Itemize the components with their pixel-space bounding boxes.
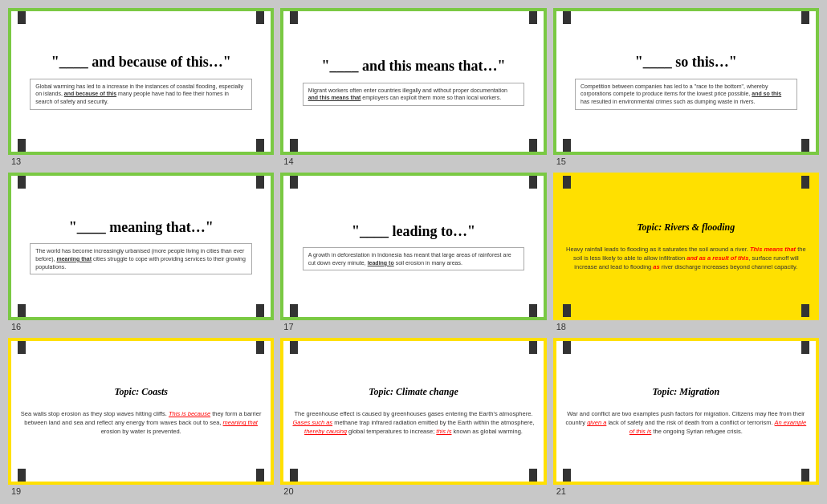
slide-21-content: Topic: Migration War and conflict are tw… [563,348,809,475]
slide-wrapper-14: "____ and this means that…" Migrant work… [280,8,546,166]
clip-tl-20 [290,339,298,354]
clip-bl-17 [290,304,298,319]
clip-bl-14 [290,139,298,153]
slide-15-box: Competition between companies has led to… [575,79,797,110]
clip-br-18 [801,304,809,319]
clip-bl-21 [563,469,571,483]
clip-br-14 [529,139,537,153]
slide-17-content: "____ leading to…" A growth in deforesta… [290,182,536,310]
slide-19: Topic: Coasts Sea walls stop erosion as … [8,338,274,485]
clip-br-15 [801,139,809,153]
slide-13: "____ and because of this…" Global warmi… [8,8,274,155]
clip-bl-13 [18,139,26,153]
slide-14-title: "____ and this means that…" [321,57,505,75]
slide-16: "____ meaning that…" The world has becom… [8,173,274,319]
clip-tl-14 [290,10,298,24]
slide-13-content: "____ and because of this…" Global warmi… [18,18,264,145]
clip-br-17 [529,304,537,319]
slide-18-title: Topic: Rivers & flooding [637,222,735,234]
slide-wrapper-16: "____ meaning that…" The world has becom… [8,173,274,331]
clip-tl-17 [290,174,298,189]
clip-tr-21 [801,339,809,354]
clip-tl-16 [18,174,26,189]
slide-15-title: "____ so this…" [635,53,737,71]
slide-wrapper-19: Topic: Coasts Sea walls stop erosion as … [8,338,274,496]
slide-number-15: 15 [553,156,566,166]
clip-br-16 [256,304,264,319]
slide-number-13: 13 [8,156,21,166]
clip-tl-21 [563,339,571,354]
slide-20-title: Topic: Climate change [369,386,458,398]
slide-wrapper-18: Topic: Rivers & flooding Heavy rainfall … [553,173,819,331]
slide-16-content: "____ meaning that…" The world has becom… [18,182,264,310]
clip-tr-16 [256,174,264,189]
slide-14-content: "____ and this means that…" Migrant work… [290,18,536,145]
slide-wrapper-17: "____ leading to…" A growth in deforesta… [280,173,546,331]
clip-tr-19 [256,339,264,354]
clip-tr-14 [529,10,537,24]
clip-tl-19 [18,339,26,354]
slide-16-box: The world has become increasingly urbani… [30,243,252,274]
slide-number-18: 18 [553,322,566,331]
slide-19-body: Sea walls stop erosion as they stop wave… [18,409,264,437]
slide-number-19: 19 [8,486,21,496]
slide-20-body: The greenhouse effect is caused by green… [290,409,536,437]
slide-19-content: Topic: Coasts Sea walls stop erosion as … [18,348,264,475]
slide-21: Topic: Migration War and conflict are tw… [553,338,819,485]
clip-br-13 [256,139,264,153]
slide-14-box: Migrant workers often enter countries il… [303,83,525,107]
slide-13-title: "____ and because of this…" [51,53,231,71]
slide-number-20: 20 [280,486,293,496]
clip-br-19 [256,469,264,483]
clip-bl-15 [563,139,571,153]
slide-17-title: "____ leading to…" [352,222,475,241]
slide-number-16: 16 [8,322,21,331]
clip-tl-13 [18,10,26,24]
slide-number-14: 14 [280,156,293,166]
slide-20: Topic: Climate change The greenhouse eff… [280,338,546,485]
clip-tr-18 [801,174,809,189]
slide-wrapper-20: Topic: Climate change The greenhouse eff… [280,338,546,496]
slide-21-title: Topic: Migration [652,386,719,398]
slide-17-box: A growth in deforestation in Indonesia h… [303,247,525,271]
slide-20-content: Topic: Climate change The greenhouse eff… [290,348,536,475]
slide-grid: "____ and because of this…" Global warmi… [0,0,827,504]
slide-17: "____ leading to…" A growth in deforesta… [280,173,546,319]
clip-bl-20 [290,469,298,483]
clip-tr-17 [529,174,537,189]
clip-tr-20 [529,339,537,354]
clip-tr-15 [801,10,809,24]
slide-18-body: Heavy rainfall leads to flooding as it s… [563,245,809,272]
slide-number-17: 17 [280,322,293,331]
clip-br-20 [529,469,537,483]
slide-13-box: Global warming has led to a increase in … [30,79,252,110]
slide-wrapper-21: Topic: Migration War and conflict are tw… [553,338,819,496]
slide-15-content: "____ so this…" Competition between comp… [563,18,809,145]
slide-wrapper-13: "____ and because of this…" Global warmi… [8,8,274,166]
clip-tl-18 [563,174,571,189]
slide-15: "____ so this…" Competition between comp… [553,8,819,155]
clip-bl-19 [18,469,26,483]
slide-wrapper-15: "____ so this…" Competition between comp… [553,8,819,166]
slide-19-title: Topic: Coasts [114,386,168,398]
slide-16-title: "____ meaning that…" [69,218,214,237]
slide-number-21: 21 [553,486,566,496]
clip-bl-18 [563,304,571,319]
slide-14: "____ and this means that…" Migrant work… [280,8,546,155]
clip-tr-13 [256,10,264,24]
clip-tl-15 [563,10,571,24]
slide-18-content: Topic: Rivers & flooding Heavy rainfall … [563,182,809,310]
clip-br-21 [801,469,809,483]
clip-bl-16 [18,304,26,319]
slide-18: Topic: Rivers & flooding Heavy rainfall … [553,173,819,319]
slide-21-body: War and conflict are two examples push f… [563,409,809,437]
